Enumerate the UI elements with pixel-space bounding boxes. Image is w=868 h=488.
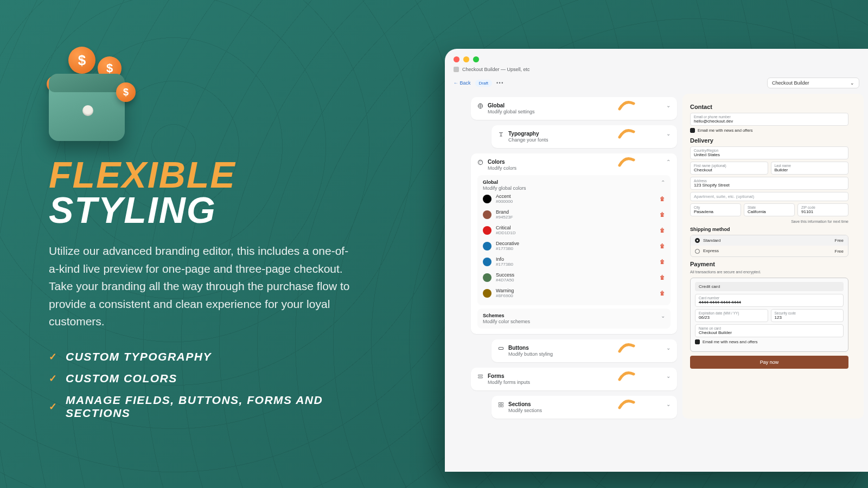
svg-rect-6 xyxy=(478,375,482,376)
svg-point-2 xyxy=(479,161,480,162)
shipping-express[interactable]: ExpressFree xyxy=(691,246,848,256)
zip-field[interactable]: ZIP code91101 xyxy=(797,203,848,216)
close-dot[interactable] xyxy=(454,56,459,62)
delete-color-button[interactable]: 🗑 xyxy=(660,274,665,280)
color-swatch xyxy=(483,258,492,266)
shipping-standard[interactable]: StandardFree xyxy=(691,235,848,246)
color-row[interactable]: Brand#94523F 🗑 xyxy=(483,207,665,222)
color-row[interactable]: Success#4D7A50 🗑 xyxy=(483,269,665,285)
color-row[interactable]: Warning#8F6900 🗑 xyxy=(483,285,665,301)
svg-rect-9 xyxy=(501,402,503,404)
payment-note: All transactions are secure and encrypte… xyxy=(690,270,848,274)
window-controls xyxy=(445,49,868,67)
forms-icon xyxy=(477,374,483,380)
color-row[interactable]: Accent#000000 🗑 xyxy=(483,191,665,207)
feature-text: Custom Typography xyxy=(66,350,212,363)
chevron-down-icon: ⌄ xyxy=(666,102,671,108)
sections-icon xyxy=(498,402,504,408)
color-row[interactable]: Info#1773B0 🗑 xyxy=(483,254,665,269)
feature-text: Custom Colors xyxy=(66,372,177,385)
color-value: #DD1D1D xyxy=(496,230,655,235)
card-global[interactable]: GlobalModify global settings⌄ xyxy=(471,97,677,120)
address2-field[interactable]: Apartment, suite, etc. (optional) xyxy=(690,192,848,201)
pay-now-button[interactable]: Pay now xyxy=(690,356,848,369)
marketing-panel: $ $ $ $ Flexible Styling Utilize our adv… xyxy=(0,0,380,488)
color-value: #000000 xyxy=(496,199,655,204)
color-row[interactable]: Critical#DD1D1D 🗑 xyxy=(483,222,665,238)
city-field[interactable]: CityPasadena xyxy=(690,203,741,216)
color-swatch xyxy=(483,195,492,203)
minimize-dot[interactable] xyxy=(463,56,469,62)
color-row[interactable]: Decorative#1773B0 🗑 xyxy=(483,238,665,254)
annotation-arrow xyxy=(617,369,637,384)
first-name-field[interactable]: First name (optional)Checkout xyxy=(690,162,768,175)
feature-text: Manage Fields, Buttons, Forms and Sectio… xyxy=(66,394,380,420)
svg-point-1 xyxy=(478,160,482,164)
breadcrumb-text: Checkout Builder — Upsell, etc xyxy=(462,67,530,72)
delete-color-button[interactable]: 🗑 xyxy=(660,227,665,233)
color-value: #4D7A50 xyxy=(496,278,655,282)
color-swatch xyxy=(483,210,492,219)
color-value: #94523F xyxy=(496,215,655,220)
save-info-note: Save this information for next time xyxy=(690,220,848,223)
country-field[interactable]: Country/RegionUnited States xyxy=(690,146,848,159)
feature-list: ✓Custom Typography ✓Custom Colors ✓Manag… xyxy=(49,350,380,420)
card-buttons[interactable]: ButtonsModify button styling⌄ xyxy=(492,339,677,362)
last-name-field[interactable]: Last nameBuilder xyxy=(771,162,849,175)
color-swatch xyxy=(483,289,492,298)
color-swatch xyxy=(483,273,492,282)
card-forms[interactable]: FormsModify forms inputs⌄ xyxy=(471,368,677,390)
color-name: Info xyxy=(496,256,655,262)
payment-news-checkbox[interactable]: Email me with news and offers xyxy=(695,339,844,344)
color-swatch xyxy=(483,226,492,235)
card-sections[interactable]: SectionsModify sections⌄ xyxy=(492,396,677,419)
delete-color-button[interactable]: 🗑 xyxy=(660,259,665,265)
svg-point-3 xyxy=(481,161,481,162)
email-field[interactable]: Email or phone numberhello@checkout.dev xyxy=(690,113,848,126)
back-button[interactable]: ← Back xyxy=(454,80,471,86)
card-name-field[interactable]: Name on cardCheckout Builder xyxy=(695,324,844,337)
svg-point-4 xyxy=(479,163,480,163)
chevron-up-icon[interactable]: ⌃ xyxy=(661,179,665,191)
card-exp-field[interactable]: Expiration date (MM / YY)06/23 xyxy=(695,309,768,322)
delete-color-button[interactable]: 🗑 xyxy=(660,211,665,217)
zoom-dot[interactable] xyxy=(473,56,479,62)
annotation-arrow xyxy=(617,98,637,113)
annotation-arrow xyxy=(617,155,637,170)
card-colors[interactable]: ColorsModify colors⌃ GlobalModify global… xyxy=(471,153,677,334)
editor-column: GlobalModify global settings⌄ Typography… xyxy=(471,94,677,419)
annotation-arrow xyxy=(617,397,637,412)
address-field[interactable]: Address123 Shopify Street xyxy=(690,177,848,190)
color-name: Brand xyxy=(496,209,655,215)
delete-color-button[interactable]: 🗑 xyxy=(660,243,665,249)
annotation-arrow xyxy=(617,341,637,356)
colors-global-group: GlobalModify global colors⌃ Accent#00000… xyxy=(477,175,671,305)
svg-rect-10 xyxy=(499,405,500,407)
toolbar: ← Back Draft ••• Checkout Builder⌄ xyxy=(445,75,868,94)
page-selector[interactable]: Checkout Builder⌄ xyxy=(767,78,859,88)
app-window: Checkout Builder — Upsell, etc ← Back Dr… xyxy=(445,49,868,472)
more-menu[interactable]: ••• xyxy=(496,80,504,86)
description: Utilize our advanced branding editor, th… xyxy=(49,242,353,331)
color-value: #1773B0 xyxy=(496,246,655,251)
palette-icon xyxy=(477,159,483,165)
typography-icon xyxy=(498,131,504,137)
state-field[interactable]: StateCalifornia xyxy=(744,203,795,216)
color-name: Warning xyxy=(496,288,655,293)
delivery-heading: Delivery xyxy=(690,137,848,144)
delete-color-button[interactable]: 🗑 xyxy=(660,196,665,202)
card-cvv-field[interactable]: Security code123 xyxy=(771,309,844,322)
delete-color-button[interactable]: 🗑 xyxy=(660,290,665,296)
breadcrumb: Checkout Builder — Upsell, etc xyxy=(445,67,868,75)
card-typography[interactable]: TypographyChange your fonts⌄ xyxy=(492,125,677,148)
headline-a: Flexible xyxy=(49,157,380,192)
check-icon: ✓ xyxy=(49,401,57,413)
payment-method[interactable]: Credit card xyxy=(695,282,844,291)
card-number-field[interactable]: Card number4444 4444 4444 4444 xyxy=(695,294,844,307)
colors-schemes-group[interactable]: SchemesModify color schemes⌄ xyxy=(477,309,671,329)
chevron-down-icon: ⌄ xyxy=(850,80,854,86)
chevron-down-icon: ⌄ xyxy=(661,313,665,324)
svg-rect-7 xyxy=(478,377,482,378)
checkout-preview: Contact Email or phone numberhello@check… xyxy=(682,94,864,419)
newsletter-checkbox[interactable]: Email me with news and offers xyxy=(690,128,848,133)
